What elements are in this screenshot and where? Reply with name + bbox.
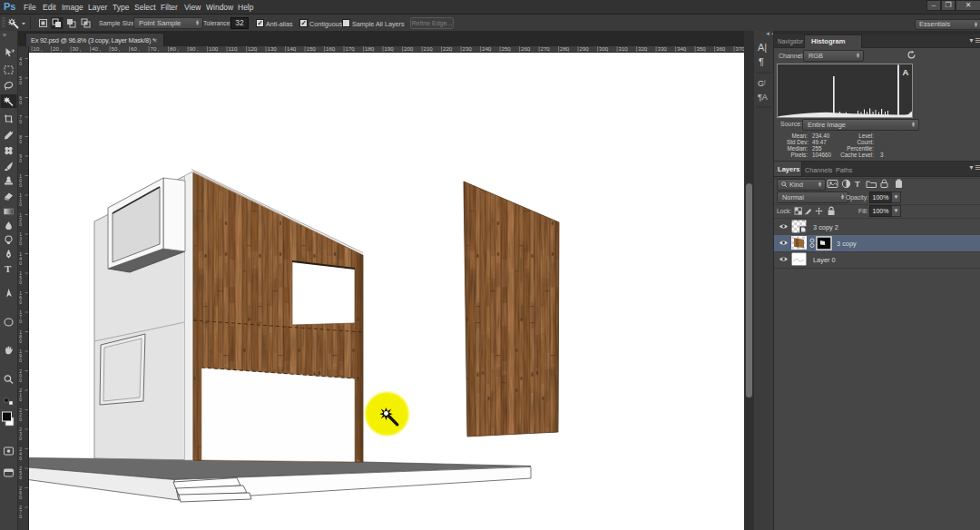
svg-text:0: 0 <box>19 475 22 480</box>
svg-text:0: 0 <box>19 339 22 344</box>
svg-text:50: 50 <box>112 46 118 52</box>
svg-text:T: T <box>5 263 12 274</box>
svg-text:0: 0 <box>19 182 22 188</box>
svg-text:0: 0 <box>19 495 22 500</box>
svg-text:0: 0 <box>19 397 22 402</box>
svg-text:A: A <box>903 67 909 77</box>
svg-text:30: 30 <box>73 46 79 52</box>
svg-text:40: 40 <box>92 46 98 52</box>
svg-text:370: 370 <box>736 46 744 52</box>
svg-text:A|: A| <box>758 42 767 53</box>
svg-text:0: 0 <box>19 201 22 207</box>
svg-text:¶A: ¶A <box>758 93 768 102</box>
svg-text:0: 0 <box>19 358 22 363</box>
svg-text:20: 20 <box>53 46 59 52</box>
svg-text:0: 0 <box>19 514 22 519</box>
svg-text:0: 0 <box>19 61 22 66</box>
svg-text:G|: G| <box>758 79 766 88</box>
svg-text:¶: ¶ <box>759 56 764 67</box>
svg-text:0: 0 <box>19 221 22 227</box>
svg-text:0: 0 <box>19 158 22 163</box>
svg-text:80: 80 <box>170 46 176 52</box>
svg-text:T: T <box>855 179 860 189</box>
svg-text:70: 70 <box>151 46 157 52</box>
svg-text:0: 0 <box>19 240 22 246</box>
svg-text:0: 0 <box>19 100 22 105</box>
svg-text:0: 0 <box>19 119 22 124</box>
svg-text:»: » <box>3 32 6 38</box>
svg-text:0: 0 <box>19 417 22 422</box>
svg-text:0: 0 <box>19 139 22 144</box>
svg-text:0: 0 <box>19 280 22 285</box>
svg-text:0: 0 <box>19 319 22 324</box>
svg-text:0: 0 <box>19 436 22 441</box>
svg-text:110: 110 <box>229 46 238 52</box>
svg-text:0: 0 <box>19 80 22 85</box>
svg-text:0: 0 <box>19 456 22 461</box>
svg-text:0: 0 <box>19 260 22 266</box>
svg-text:90: 90 <box>190 46 196 52</box>
svg-text:60: 60 <box>131 46 137 52</box>
svg-text:0: 0 <box>19 378 22 383</box>
svg-text:0: 0 <box>19 299 22 305</box>
svg-text:10: 10 <box>34 46 40 52</box>
svg-text:◄◄: ◄◄ <box>765 31 773 36</box>
